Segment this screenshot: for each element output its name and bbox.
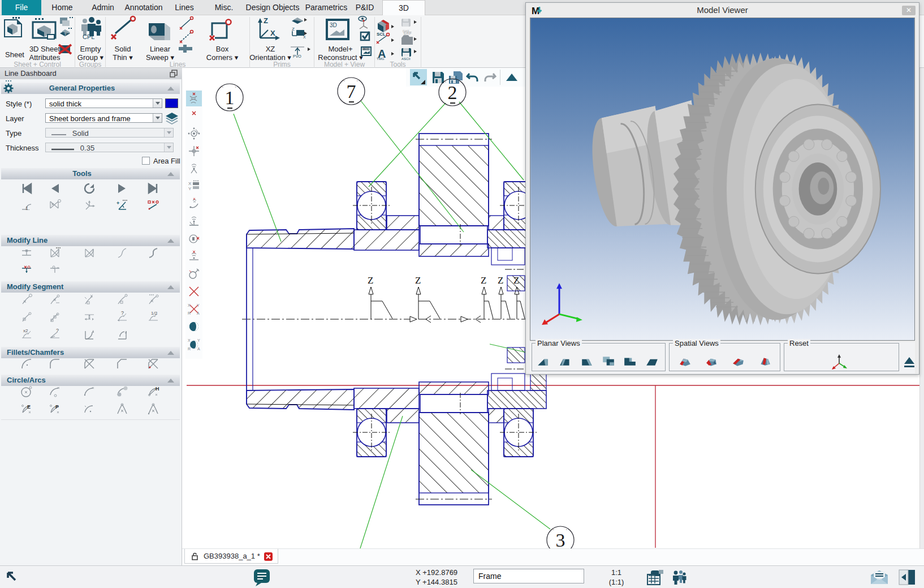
svg-text:2: 2 [448,82,457,103]
svg-text:Z: Z [415,275,421,286]
svg-text:VALID: VALID [362,48,369,50]
svg-text:1.: 1. [25,205,30,211]
svg-text:Z: Z [481,275,486,286]
svg-text:Z: Z [368,275,373,286]
svg-text:': ' [344,79,345,84]
svg-text:A: A [197,347,200,351]
svg-text:1/2: 1/2 [151,311,158,316]
svg-text:CPL: CPL [83,33,94,40]
svg-text:x2: x2 [23,328,28,333]
svg-text:H: H [156,386,159,392]
svg-text:?: ? [64,32,67,37]
svg-text:Y: Y [188,186,192,191]
svg-text:': ' [235,85,236,91]
svg-text:': ' [566,528,567,533]
svg-text:Z: Z [513,275,519,286]
svg-text:Z: Z [264,16,268,25]
svg-text:': ' [357,79,358,84]
svg-text:1: 1 [225,87,235,108]
svg-text:Z: Z [292,27,295,32]
svg-text:Z: Z [498,275,503,286]
svg-text:X: X [303,35,306,39]
svg-text:TMG: TMG [377,57,385,61]
svg-text:E: E [27,404,31,410]
svg-text:A: A [197,311,200,315]
svg-text:ASCII: ASCII [401,57,411,61]
svg-text:?: ? [121,310,124,316]
svg-text:DXF: DXF [404,31,412,35]
svg-text:3D: 3D [330,22,337,28]
svg-text:': ' [458,80,459,85]
svg-text:': ' [445,80,446,85]
svg-text:': ' [553,528,554,533]
svg-text:X: X [188,303,191,307]
svg-text:3: 3 [556,530,565,551]
svg-text:7: 7 [347,81,356,102]
svg-text:X: X [188,181,192,186]
svg-text:X: X [270,29,275,37]
svg-text:?: ? [56,328,59,333]
svg-text:R: R [188,347,191,351]
svg-text:PVO: PVO [293,54,301,58]
svg-text:': ' [222,85,223,91]
svg-text:+: + [116,200,119,206]
svg-text:Y: Y [197,338,200,342]
svg-text:SCL: SCL [377,32,386,37]
svg-text:X: X [188,338,191,342]
svg-text:P: P [55,404,59,410]
svg-text:Y: Y [197,303,200,307]
svg-text:R: R [188,311,191,315]
